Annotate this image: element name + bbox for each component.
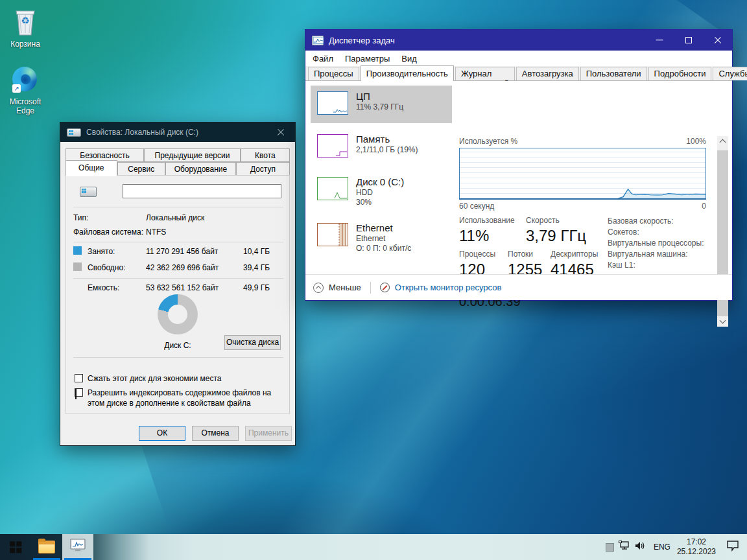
clock-time: 17:02 [677, 537, 716, 547]
taskbar: ENG 17:02 25.12.2023 [0, 534, 747, 560]
used-bytes: 11 270 291 456 байт [146, 247, 218, 256]
task-manager-footer: Меньше Открыть монитор ресурсов [305, 274, 732, 300]
used-size: 10,4 ГБ [243, 247, 270, 256]
type-label: Тип: [73, 213, 88, 222]
volume-icon[interactable] [635, 541, 646, 554]
system-tray: ENG 17:02 25.12.2023 [606, 534, 747, 560]
menu-file[interactable]: Файл [307, 52, 339, 65]
tab-sharing[interactable]: Доступ [236, 162, 290, 176]
recycle-bin-icon: ♻ [10, 6, 40, 38]
volume-label-input[interactable] [123, 184, 281, 198]
graph-title: Используется % [459, 137, 517, 146]
index-checkbox-label[interactable]: Разрешить индексировать содержимое файло… [88, 388, 279, 408]
tab-processes[interactable]: Процессы [308, 67, 359, 80]
type-value: Локальный диск [146, 213, 204, 222]
language-indicator[interactable]: ENG [654, 542, 670, 552]
close-button[interactable] [703, 30, 732, 51]
tab-quota[interactable]: Квота [241, 148, 290, 162]
scroll-up-icon[interactable] [720, 139, 726, 146]
drive-icon [67, 128, 81, 137]
minimize-button[interactable] [645, 30, 674, 51]
task-manager-tabbar: Процессы Производительность Журнал прило… [305, 66, 732, 81]
cpu-graph-footer: 60 секунд 0 [459, 202, 706, 211]
close-button[interactable] [266, 122, 295, 141]
tab-performance[interactable]: Производительность [361, 65, 454, 81]
apply-button[interactable]: Применить [245, 426, 292, 441]
donut-caption: Диск C: [139, 341, 217, 350]
free-space-swatch [73, 262, 82, 271]
divider [370, 282, 371, 294]
sidebar-item-memory[interactable]: Память 2,1/11,0 ГБ (19%) [311, 128, 452, 166]
sidebar-item-cpu[interactable]: ЦП 11% 3,79 ГГц [311, 86, 452, 123]
recycle-symbol-icon: ♻ [10, 15, 40, 27]
network-icon[interactable] [619, 541, 630, 554]
tab-startup[interactable]: Автозагрузка [516, 67, 579, 80]
ok-button[interactable]: ОК [139, 426, 185, 441]
open-resource-monitor-link[interactable]: Открыть монитор ресурсов [395, 283, 501, 292]
filesystem-value: NTFS [146, 228, 166, 237]
separator [73, 242, 283, 242]
used-space-swatch [73, 246, 82, 255]
tab-details[interactable]: Подробности [648, 67, 712, 80]
performance-pane: ЦП 11% 3,79 ГГц Память 2,1/11,0 ГБ (19%) [305, 81, 732, 275]
taskbar-clock[interactable]: 17:02 25.12.2023 [677, 537, 716, 557]
tab-tools[interactable]: Сервис [117, 162, 165, 176]
action-center-icon[interactable] [726, 540, 739, 554]
capacity-label: Емкость: [88, 283, 119, 292]
cancel-button[interactable]: Отмена [192, 426, 239, 441]
task-manager-menubar: Файл Параметры Вид [305, 51, 732, 66]
index-checkbox[interactable] [75, 388, 83, 397]
disk-mini-graph-icon [317, 177, 348, 200]
menu-options[interactable]: Параметры [339, 52, 396, 65]
tray-app-icon[interactable] [606, 543, 614, 552]
scroll-down-icon[interactable] [720, 318, 726, 324]
task-manager-icon [312, 36, 324, 45]
compress-checkbox-label[interactable]: Сжать этот диск для экономии места [88, 373, 279, 384]
disk-cleanup-button[interactable]: Очистка диска [224, 335, 281, 350]
free-bytes: 42 362 269 696 байт [146, 263, 219, 272]
separator [73, 207, 283, 207]
properties-dialog: Свойства: Локальный диск (C:) Безопаснос… [60, 122, 296, 446]
folder-icon [38, 541, 55, 554]
free-label: Свободно: [88, 263, 126, 272]
dialog-title: Свойства: Локальный диск (C:) [86, 128, 198, 137]
close-icon [713, 36, 722, 45]
sidebar-item-disk[interactable]: Диск 0 (C:) HDD 30% [311, 171, 452, 212]
used-label: Занято: [88, 247, 115, 256]
compress-checkbox[interactable] [75, 374, 83, 382]
ethernet-mini-graph-icon [317, 223, 348, 246]
maximize-icon [685, 37, 692, 43]
fewer-details-toggle[interactable]: Меньше [329, 283, 361, 292]
cpu-usage-graph [459, 148, 706, 200]
tab-users[interactable]: Пользователи [580, 67, 647, 80]
disk-usage-donut [158, 294, 198, 334]
windows-logo-icon [10, 541, 21, 553]
desktop-icon-microsoft-edge[interactable]: ↗ Microsoft Edge [0, 67, 51, 115]
chevron-up-circle-icon[interactable] [313, 283, 324, 293]
menu-view[interactable]: Вид [396, 52, 423, 65]
sidebar-item-ethernet[interactable]: Ethernet Ethernet О: 0 П: 0 кбит/с [311, 217, 452, 258]
graph-max-label: 100% [686, 137, 706, 146]
properties-titlebar[interactable]: Свойства: Локальный диск (C:) [60, 122, 295, 142]
tab-previous-versions[interactable]: Предыдущие версии [144, 148, 241, 162]
graph-span-label: 60 секунд [459, 202, 494, 211]
cpu-info-labels: Базовая скорость: Сокетов: Виртуальные п… [608, 216, 704, 271]
tab-app-history[interactable]: Журнал приложений [455, 67, 515, 80]
tab-services[interactable]: Службы [713, 67, 747, 80]
maximize-button[interactable] [674, 30, 703, 51]
taskbar-task-manager-button[interactable] [62, 534, 93, 560]
window-controls [645, 30, 732, 51]
task-manager-titlebar[interactable]: Диспетчер задач [305, 30, 732, 51]
edge-icon: ↗ [12, 67, 38, 95]
properties-tabs-front-row: Общие Сервис Оборудование Доступ [65, 162, 290, 176]
taskbar-file-explorer-button[interactable] [31, 534, 62, 560]
desktop-icon-label: Microsoft Edge [0, 97, 51, 115]
tab-hardware[interactable]: Оборудование [165, 162, 236, 176]
resource-monitor-icon [380, 283, 390, 292]
desktop-icon-recycle-bin[interactable]: ♻ Корзина [0, 6, 51, 49]
start-button[interactable] [0, 534, 31, 560]
desktop: ♻ Корзина ↗ Microsoft Edge Свойства: Лок… [0, 0, 747, 560]
window-title: Диспетчер задач [329, 36, 395, 45]
performance-sidebar: ЦП 11% 3,79 ГГц Память 2,1/11,0 ГБ (19%) [311, 86, 452, 258]
tab-general[interactable]: Общие [65, 160, 117, 176]
